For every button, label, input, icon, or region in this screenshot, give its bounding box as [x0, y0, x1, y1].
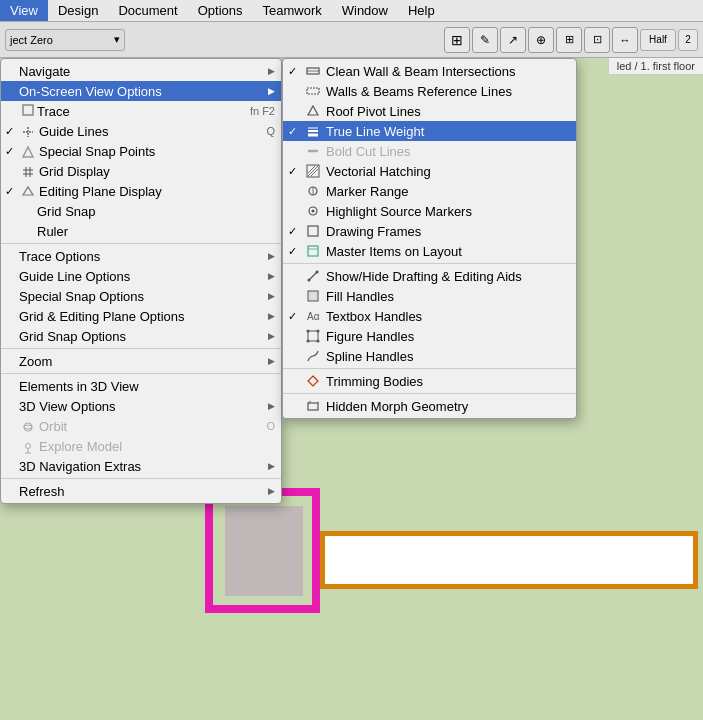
sub-item-fill-handles[interactable]: Fill Handles [283, 286, 576, 306]
sub-item-marker-range[interactable]: Marker Range [283, 181, 576, 201]
sub-separator-2 [283, 368, 576, 369]
svg-rect-16 [307, 88, 319, 94]
menu-item-navigate[interactable]: Navigate [1, 61, 281, 81]
highlight-source-icon [305, 203, 321, 219]
toolbar-btn-6[interactable]: ⊡ [584, 27, 610, 53]
master-items-icon [305, 243, 321, 259]
spline-handles-icon [305, 348, 321, 364]
svg-point-40 [317, 330, 320, 333]
sub-item-bold-cut-lines[interactable]: Bold Cut Lines [283, 141, 576, 161]
svg-rect-31 [308, 246, 318, 256]
walls-beams-icon [305, 83, 321, 99]
project-selector[interactable]: ject Zero ▾ [5, 29, 125, 51]
sub-item-walls-beams-ref[interactable]: Walls & Beams Reference Lines [283, 81, 576, 101]
separator-3 [1, 373, 281, 374]
zoom-step[interactable]: 2 [678, 29, 698, 51]
menu-item-elements-3d[interactable]: Elements in 3D View [1, 376, 281, 396]
sub-item-figure-handles[interactable]: Figure Handles [283, 326, 576, 346]
menu-item-special-snap-points[interactable]: ✓ Special Snap Points [1, 141, 281, 161]
sub-item-vectorial-hatching[interactable]: ✓ Vectorial Hatching [283, 161, 576, 181]
menu-item-guide-lines[interactable]: ✓ Guide Lines Q [1, 121, 281, 141]
menu-document[interactable]: Document [108, 0, 187, 21]
menu-item-grid-editing-options[interactable]: Grid & Editing Plane Options [1, 306, 281, 326]
figure-handles-icon [305, 328, 321, 344]
svg-point-42 [317, 340, 320, 343]
sub-item-master-items[interactable]: ✓ Master Items on Layout [283, 241, 576, 261]
toolbar-btn-1[interactable]: ⊞ [444, 27, 470, 53]
menu-item-ruler[interactable]: Ruler [1, 221, 281, 241]
svg-rect-36 [308, 291, 318, 301]
svg-rect-0 [23, 105, 33, 115]
svg-point-41 [307, 340, 310, 343]
drawing-frames-icon [305, 223, 321, 239]
textbox-handles-icon: Aα [305, 308, 321, 324]
separator-1 [1, 243, 281, 244]
menu-item-special-snap-options[interactable]: Special Snap Options [1, 286, 281, 306]
fill-handles-icon [305, 288, 321, 304]
menu-item-onscreen-view[interactable]: On-Screen View Options [1, 81, 281, 101]
orange-rectangle [320, 531, 698, 589]
trace-icon [21, 103, 35, 119]
clean-wall-icon [305, 63, 321, 79]
menu-help[interactable]: Help [398, 0, 445, 21]
menu-options[interactable]: Options [188, 0, 253, 21]
menu-design[interactable]: Design [48, 0, 108, 21]
svg-text:Aα: Aα [307, 311, 320, 322]
sub-item-show-hide-drafting[interactable]: Show/Hide Drafting & Editing Aids [283, 266, 576, 286]
svg-point-10 [24, 425, 32, 429]
sub-item-roof-pivot[interactable]: Roof Pivot Lines [283, 101, 576, 121]
menu-item-grid-snap[interactable]: Grid Snap [1, 201, 281, 221]
sub-item-trimming-bodies[interactable]: Trimming Bodies [283, 371, 576, 391]
menu-teamwork[interactable]: Teamwork [252, 0, 331, 21]
toolbar-btn-5[interactable]: ⊞ [556, 27, 582, 53]
svg-marker-3 [23, 147, 33, 157]
onscreen-submenu: ✓ Clean Wall & Beam Intersections Walls … [282, 58, 577, 419]
toolbar-btn-3[interactable]: ↗ [500, 27, 526, 53]
sub-item-true-line-weight[interactable]: ✓ True Line Weight [283, 121, 576, 141]
sub-item-spline-handles[interactable]: Spline Handles [283, 346, 576, 366]
menu-item-zoom[interactable]: Zoom [1, 351, 281, 371]
svg-marker-17 [308, 106, 318, 115]
svg-rect-43 [308, 403, 318, 410]
svg-point-29 [312, 210, 315, 213]
content-area: led / 1. first floor Navigate On-Screen … [0, 58, 703, 720]
sub-item-clean-wall[interactable]: ✓ Clean Wall & Beam Intersections [283, 61, 576, 81]
bold-cut-lines-icon [305, 143, 321, 159]
menu-item-3d-nav-extras[interactable]: 3D Navigation Extras [1, 456, 281, 476]
menu-item-grid-display[interactable]: Grid Display [1, 161, 281, 181]
menu-item-guide-line-options[interactable]: Guide Line Options [1, 266, 281, 286]
sub-item-hidden-morph[interactable]: Hidden Morph Geometry [283, 396, 576, 416]
menu-item-trace[interactable]: Trace fn F2 [1, 101, 281, 121]
menu-item-3d-view-options[interactable]: 3D View Options [1, 396, 281, 416]
menu-view[interactable]: View [0, 0, 48, 21]
menu-item-refresh[interactable]: Refresh [1, 481, 281, 501]
toolbar: ject Zero ▾ ⊞ ✎ ↗ ⊕ ⊞ ⊡ ↔ Half 2 [0, 22, 703, 58]
zoom-level[interactable]: Half [640, 29, 676, 51]
menu-window[interactable]: Window [332, 0, 398, 21]
hidden-morph-icon [305, 398, 321, 414]
menubar: View Design Document Options Teamwork Wi… [0, 0, 703, 22]
toolbar-btn-4[interactable]: ⊕ [528, 27, 554, 53]
svg-point-35 [316, 271, 319, 274]
separator-2 [1, 348, 281, 349]
trimming-bodies-icon [305, 373, 321, 389]
sub-item-highlight-source[interactable]: Highlight Source Markers [283, 201, 576, 221]
roof-pivot-icon [305, 103, 321, 119]
menu-item-editing-plane[interactable]: ✓ Editing Plane Display [1, 181, 281, 201]
menu-item-explore-model[interactable]: Explore Model [1, 436, 281, 456]
breadcrumb: led / 1. first floor [608, 58, 703, 75]
svg-rect-38 [308, 331, 318, 341]
sub-separator-1 [283, 263, 576, 264]
toolbar-btn-7[interactable]: ↔ [612, 27, 638, 53]
toolbar-btn-2[interactable]: ✎ [472, 27, 498, 53]
menu-item-trace-options[interactable]: Trace Options [1, 246, 281, 266]
svg-point-11 [26, 443, 31, 448]
drafting-aids-icon [305, 268, 321, 284]
sub-item-drawing-frames[interactable]: ✓ Drawing Frames [283, 221, 576, 241]
menu-item-grid-snap-options[interactable]: Grid Snap Options [1, 326, 281, 346]
svg-point-9 [24, 423, 32, 431]
sub-item-textbox-handles[interactable]: ✓ Aα Textbox Handles [283, 306, 576, 326]
gray-inner-rectangle [225, 506, 303, 596]
menu-item-orbit[interactable]: Orbit O [1, 416, 281, 436]
vectorial-hatching-icon [305, 163, 321, 179]
